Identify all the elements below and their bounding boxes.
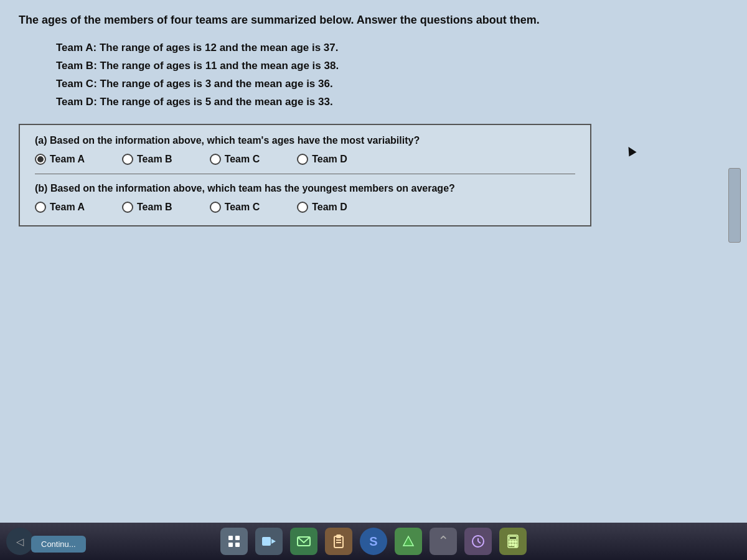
qa-team-b-radio[interactable] [122,154,133,165]
qb-team-d-radio[interactable] [297,202,308,213]
svg-rect-19 [512,541,514,543]
qb-team-c-label: Team C [225,202,260,213]
svg-marker-5 [271,539,276,544]
bottom-left-button[interactable]: Continu... [31,536,86,553]
qb-team-a-radio[interactable] [35,202,46,213]
team-info: Team A: The range of ages is 12 and the … [56,39,728,111]
qb-team-c-radio[interactable] [210,202,221,213]
svg-rect-8 [337,535,341,538]
team-c-info: Team C: The range of ages is 3 and the m… [56,75,728,93]
qa-team-a-option[interactable]: Team A [35,154,85,165]
taskbar: ◁ Continu... S [0,523,747,560]
question-a-options: Team A Team B Team C Team D [35,154,575,165]
question-b-options: Team A Team B Team C Team D [35,202,575,213]
qb-team-a-label: Team A [50,202,85,213]
left-nav-icon[interactable]: ◁ [6,528,34,555]
qb-team-d-option[interactable]: Team D [297,202,347,213]
qb-team-b-option[interactable]: Team B [122,202,172,213]
divider [35,174,575,174]
taskbar-mail-button[interactable] [290,528,317,555]
svg-rect-23 [515,544,517,547]
svg-rect-3 [235,543,240,547]
taskbar-clock-button[interactable] [464,528,492,555]
intro-text: The ages of the members of four teams ar… [19,12,728,28]
qa-team-d-option[interactable]: Team D [297,154,347,165]
svg-rect-1 [235,536,240,540]
svg-rect-21 [509,544,511,546]
main-content: The ages of the members of four teams ar… [0,0,747,523]
qb-team-b-radio[interactable] [122,202,133,213]
qa-team-d-label: Team D [312,154,347,165]
taskbar-calculator-button[interactable] [499,528,527,555]
taskbar-triangle-button[interactable] [395,528,422,555]
qb-team-b-label: Team B [137,202,172,213]
qa-team-c-label: Team C [225,154,260,165]
qa-team-a-radio[interactable] [35,154,46,165]
qb-team-c-option[interactable]: Team C [210,202,260,213]
qa-team-b-label: Team B [137,154,172,165]
question-a-label: (a) Based on the information above, whic… [35,135,575,146]
taskbar-grid-button[interactable] [220,528,248,555]
taskbar-caret-button[interactable]: ⌃ [430,528,457,555]
svg-rect-17 [509,536,517,539]
qa-team-a-label: Team A [50,154,85,165]
qb-team-a-option[interactable]: Team A [35,202,85,213]
question-b-label: (b) Based on the information above, whic… [35,183,575,194]
team-b-info: Team B: The range of ages is 11 and the … [56,57,728,75]
team-a-info: Team A: The range of ages is 12 and the … [56,39,728,57]
svg-rect-18 [509,541,511,543]
qa-team-d-radio[interactable] [297,154,308,165]
qa-team-b-option[interactable]: Team B [122,154,172,165]
taskbar-s-button[interactable]: S [360,528,387,555]
question-box: (a) Based on the information above, whic… [19,124,591,226]
qa-team-c-option[interactable]: Team C [210,154,260,165]
svg-rect-4 [262,537,271,546]
svg-rect-20 [515,541,517,543]
cursor-icon [624,144,636,156]
svg-rect-2 [228,543,233,547]
qb-team-d-label: Team D [312,202,347,213]
svg-rect-22 [512,544,514,546]
qa-team-c-radio[interactable] [210,154,221,165]
taskbar-video-button[interactable] [255,528,283,555]
scrollbar[interactable] [728,168,741,243]
team-d-info: Team D: The range of ages is 5 and the m… [56,93,728,111]
taskbar-clipboard-button[interactable] [325,528,352,555]
svg-line-15 [478,541,481,543]
svg-rect-0 [228,536,233,540]
